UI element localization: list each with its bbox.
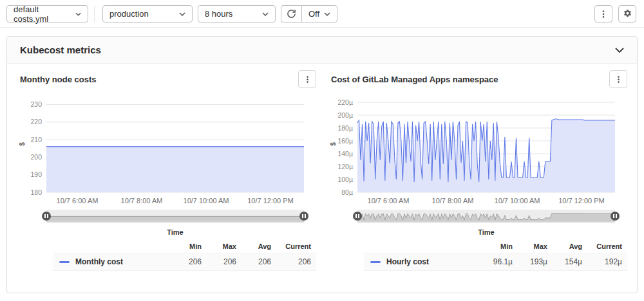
svg-text:140µ: 140µ bbox=[337, 150, 353, 158]
svg-text:220: 220 bbox=[30, 118, 42, 125]
dashboard-select-value: default costs.yml bbox=[14, 5, 70, 24]
refresh-icon bbox=[287, 9, 296, 19]
stat-current: 192µ bbox=[582, 257, 622, 266]
svg-text:10/7 12:00 PM: 10/7 12:00 PM bbox=[558, 197, 605, 205]
kebab-menu-icon bbox=[599, 10, 608, 19]
chevron-down-icon[interactable] bbox=[615, 48, 624, 53]
stat-current: 206 bbox=[271, 257, 311, 266]
panel-title: Kubecost metrics bbox=[20, 44, 101, 55]
series-color-dash bbox=[59, 261, 70, 263]
legend-col-current: Current bbox=[582, 242, 622, 250]
brush-handle-right pause-icon[interactable] bbox=[299, 212, 308, 221]
time-range-select[interactable]: 8 hours bbox=[198, 5, 276, 23]
svg-text:10/7 8:00 AM: 10/7 8:00 AM bbox=[121, 197, 163, 205]
more-actions-button[interactable] bbox=[594, 5, 612, 23]
legend-col-avg: Avg bbox=[547, 242, 582, 250]
x-axis-label: Time bbox=[46, 228, 304, 236]
svg-text:200: 200 bbox=[30, 153, 42, 161]
legend-row[interactable]: Hourly cost 96.1µ 193µ 154µ 192µ bbox=[364, 253, 627, 271]
chart-title: Cost of GitLab Managed Apps namespace bbox=[328, 75, 498, 84]
panel-body: Monthy node costs 230220210200190180$10/… bbox=[7, 64, 637, 271]
svg-text:80µ: 80µ bbox=[341, 188, 353, 196]
svg-text:10/7 6:00 AM: 10/7 6:00 AM bbox=[57, 197, 99, 205]
chevron-down-icon bbox=[324, 12, 330, 16]
kubecost-metrics-panel: Kubecost metrics Monthy node costs 23022… bbox=[6, 36, 638, 293]
svg-text:100µ: 100µ bbox=[337, 176, 353, 183]
toolbar-divider bbox=[94, 6, 95, 23]
svg-text:230: 230 bbox=[30, 100, 42, 108]
legend-col-avg: Avg bbox=[236, 242, 271, 250]
stat-max: 193µ bbox=[513, 257, 547, 266]
series-name: Monthly cost bbox=[75, 257, 167, 266]
chart-zoom-brush[interactable] bbox=[46, 210, 304, 223]
chart-zoom-brush[interactable] bbox=[357, 210, 615, 223]
brush-handle-right pause-icon[interactable] bbox=[611, 212, 620, 221]
svg-text:10/7 10:00 AM: 10/7 10:00 AM bbox=[495, 197, 540, 205]
legend-col-max: Max bbox=[513, 242, 547, 250]
series-color-dash bbox=[370, 261, 381, 263]
chart-plot-area[interactable]: 230220210200190180$10/7 6:00 AM10/7 8:00… bbox=[17, 91, 307, 208]
brush-minimap[interactable] bbox=[357, 210, 615, 223]
dashboard-select[interactable]: default costs.yml bbox=[6, 5, 88, 23]
svg-text:220µ: 220µ bbox=[337, 98, 353, 106]
series-name: Hourly cost bbox=[386, 257, 478, 266]
environment-select[interactable]: production bbox=[102, 5, 193, 23]
svg-text:120µ: 120µ bbox=[337, 163, 353, 170]
chart-managed-apps-cost: Cost of GitLab Managed Apps namespace 22… bbox=[322, 69, 633, 271]
stat-avg: 154µ bbox=[547, 257, 582, 266]
stat-avg: 206 bbox=[236, 257, 271, 266]
refresh-button[interactable] bbox=[281, 5, 301, 23]
stat-max: 206 bbox=[202, 257, 236, 266]
svg-text:10/7 6:00 AM: 10/7 6:00 AM bbox=[368, 197, 410, 205]
chevron-down-icon bbox=[179, 12, 185, 16]
chart-menu-button[interactable] bbox=[298, 70, 316, 88]
dashboard-toolbar: default costs.yml production 8 hours Off bbox=[0, 0, 644, 28]
stat-min: 206 bbox=[167, 257, 202, 266]
settings-button[interactable] bbox=[618, 5, 636, 23]
svg-text:210: 210 bbox=[30, 136, 42, 143]
environment-select-value: production bbox=[109, 9, 149, 19]
legend-col-current: Current bbox=[271, 242, 311, 250]
kebab-menu-icon bbox=[614, 75, 623, 84]
chart-legend: Min Max Avg Current Hourly cost 96.1µ 19… bbox=[364, 240, 627, 271]
svg-text:160µ: 160µ bbox=[337, 137, 353, 145]
svg-text:10/7 12:00 PM: 10/7 12:00 PM bbox=[247, 197, 294, 205]
svg-text:$: $ bbox=[330, 142, 337, 146]
refresh-button-group: Off bbox=[281, 5, 337, 23]
svg-text:$: $ bbox=[19, 142, 26, 146]
legend-col-max: Max bbox=[202, 242, 236, 250]
chevron-down-icon bbox=[262, 12, 269, 16]
chart-title: Monthy node costs bbox=[17, 75, 96, 84]
gear-icon bbox=[623, 9, 632, 19]
refresh-interval-select[interactable]: Off bbox=[301, 5, 337, 23]
legend-col-min: Min bbox=[478, 242, 513, 250]
chevron-down-icon bbox=[75, 12, 81, 16]
brush-minimap[interactable] bbox=[46, 210, 304, 223]
x-axis-label: Time bbox=[357, 228, 615, 236]
svg-text:190: 190 bbox=[30, 170, 42, 178]
legend-header: Min Max Avg Current bbox=[53, 240, 316, 253]
panel-header[interactable]: Kubecost metrics bbox=[7, 37, 637, 64]
svg-text:10/7 8:00 AM: 10/7 8:00 AM bbox=[432, 197, 474, 205]
brush-handle-left pause-icon[interactable] bbox=[42, 212, 51, 221]
chart-plot-area[interactable]: 220µ200µ180µ160µ140µ120µ100µ80µ$10/7 6:0… bbox=[328, 91, 618, 208]
chart-legend: Min Max Avg Current Monthly cost 206 206… bbox=[53, 240, 316, 271]
svg-text:10/7 10:00 AM: 10/7 10:00 AM bbox=[184, 197, 229, 205]
chart-menu-button[interactable] bbox=[609, 70, 627, 88]
legend-col-min: Min bbox=[167, 242, 202, 250]
kebab-menu-icon bbox=[303, 75, 312, 84]
legend-row[interactable]: Monthly cost 206 206 206 206 bbox=[53, 253, 316, 271]
stat-min: 96.1µ bbox=[478, 257, 513, 266]
legend-header: Min Max Avg Current bbox=[364, 240, 627, 253]
svg-text:200µ: 200µ bbox=[337, 111, 353, 119]
svg-text:180: 180 bbox=[30, 188, 42, 196]
time-range-select-value: 8 hours bbox=[205, 9, 232, 19]
refresh-interval-value: Off bbox=[308, 9, 319, 19]
brush-handle-left pause-icon[interactable] bbox=[353, 212, 362, 221]
chart-monthly-node-costs: Monthy node costs 230220210200190180$10/… bbox=[11, 69, 322, 271]
svg-text:180µ: 180µ bbox=[337, 124, 353, 132]
